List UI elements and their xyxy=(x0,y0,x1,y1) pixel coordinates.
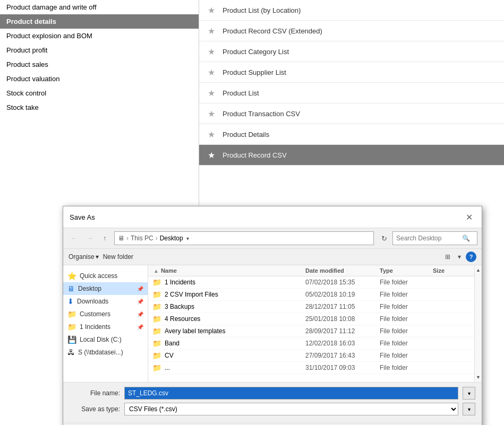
file-type: File folder xyxy=(380,340,433,347)
nav-item-network[interactable]: 🖧 S (\\tbdatasei...) xyxy=(63,346,148,359)
local-disk-label: Local Disk (C:) xyxy=(80,336,122,343)
file-date: 07/02/2018 15:35 xyxy=(305,279,380,286)
filename-dropdown-btn[interactable]: ▾ xyxy=(463,387,475,400)
scroll-down-arrow[interactable]: ▼ xyxy=(475,374,482,381)
address-separator-2: › xyxy=(156,235,158,242)
file-type: File folder xyxy=(380,327,433,335)
col-size-header[interactable]: Size xyxy=(433,267,470,274)
file-row-7[interactable]: 📁 ... 31/10/2017 09:03 File folder xyxy=(148,362,474,374)
file-name: 3 Backups xyxy=(165,303,305,310)
file-date: 12/02/2018 16:03 xyxy=(305,340,380,347)
dialog-toolbar: ← → ↑ 🖥 › This PC › Desktop ▾ ↻ 🔍 xyxy=(63,228,482,249)
new-folder-button[interactable]: New folder xyxy=(103,253,133,261)
search-icon[interactable]: 🔍 xyxy=(462,235,470,242)
file-date: 05/02/2018 10:19 xyxy=(305,291,380,298)
folder-icon: 📁 xyxy=(152,351,161,360)
file-type: File folder xyxy=(380,315,433,323)
folder-icon: 📁 xyxy=(152,278,161,287)
file-list: ▲ Name Date modified Type Size 📁 1 Incid… xyxy=(148,265,474,382)
filename-input[interactable] xyxy=(124,387,458,400)
folder-icon: 📁 xyxy=(152,315,161,323)
file-date: 31/10/2017 09:03 xyxy=(305,364,380,371)
file-row-6[interactable]: 📁 CV 27/09/2017 16:43 File folder xyxy=(148,350,474,362)
address-this-pc: This PC xyxy=(131,235,153,242)
customers-icon: 📁 xyxy=(67,310,76,318)
back-button[interactable]: ← xyxy=(67,232,81,244)
close-button[interactable]: ✕ xyxy=(463,211,475,223)
organise-button[interactable]: Organise ▾ xyxy=(69,253,99,261)
pin-icon: 📌 xyxy=(137,286,143,292)
file-date: 28/12/2017 11:05 xyxy=(305,303,380,310)
quick-access-icon: ⭐ xyxy=(67,272,76,280)
col-type-header[interactable]: Type xyxy=(380,267,433,274)
scroll-up-arrow[interactable]: ▲ xyxy=(475,266,482,274)
help-button[interactable]: ? xyxy=(466,251,476,262)
pin-icon-3: 📌 xyxy=(137,311,143,317)
file-name: Avery label templates xyxy=(165,327,305,335)
file-date: 28/09/2017 11:12 xyxy=(305,327,380,335)
file-row-0[interactable]: 📁 1 Incidents 07/02/2018 15:35 File fold… xyxy=(148,276,474,289)
dialog-bottom: File name: ▾ Save as type: CSV Files (*.… xyxy=(63,382,482,423)
dialog-title: Save As xyxy=(70,213,95,221)
file-name: ... xyxy=(165,364,305,371)
file-row-4[interactable]: 📁 Avery label templates 28/09/2017 11:12… xyxy=(148,325,474,337)
file-type: File folder xyxy=(380,352,433,359)
file-name: 1 Incidents xyxy=(165,279,305,286)
downloads-icon: ⬇ xyxy=(67,297,74,306)
filetype-row: Save as type: CSV Files (*.csv) ▾ xyxy=(70,403,475,415)
nav-item-downloads[interactable]: ⬇ Downloads 📌 xyxy=(63,295,148,308)
view-list-icon[interactable]: ⊞ xyxy=(442,251,453,262)
file-row-2[interactable]: 📁 3 Backups 28/12/2017 11:05 File folder xyxy=(148,301,474,313)
filetype-dropdown-btn[interactable]: ▾ xyxy=(463,403,475,415)
search-bar: 🔍 xyxy=(392,231,477,245)
customers-label: Customers xyxy=(80,310,110,318)
nav-item-incidents[interactable]: 📁 1 Incidents 📌 xyxy=(63,320,148,333)
file-type: File folder xyxy=(380,291,433,298)
desktop-icon: 🖥 xyxy=(67,284,75,293)
incidents-label: 1 Incidents xyxy=(80,323,110,331)
file-row-3[interactable]: 📁 4 Resources 25/01/2018 10:08 File fold… xyxy=(148,313,474,325)
local-disk-icon: 💾 xyxy=(67,335,76,344)
col-name-header[interactable]: Name xyxy=(161,267,305,274)
forward-button[interactable]: → xyxy=(83,232,97,244)
desktop-label: Desktop xyxy=(78,285,101,292)
address-separator-1: › xyxy=(126,235,129,242)
search-input[interactable] xyxy=(396,235,460,242)
file-date: 27/09/2017 16:43 xyxy=(305,352,380,359)
network-label: S (\\tbdatasei...) xyxy=(78,349,123,356)
save-as-dialog: Save As ✕ ← → ↑ 🖥 › This PC › Desktop ▾ … xyxy=(63,206,482,425)
filetype-select[interactable]: CSV Files (*.csv) xyxy=(124,403,458,415)
sort-arrow-icon: ▲ xyxy=(153,268,159,274)
address-dropdown-arrow[interactable]: ▾ xyxy=(185,236,190,241)
file-row-5[interactable]: 📁 Band 12/02/2018 16:03 File folder xyxy=(148,337,474,350)
file-name: 2 CSV Import Files xyxy=(165,291,305,298)
dialog-content: ⭐ Quick access 🖥 Desktop 📌 ⬇ Downloads 📌… xyxy=(63,265,482,382)
organise-arrow-icon: ▾ xyxy=(96,253,99,261)
view-controls: ⊞ ▾ ? xyxy=(442,251,476,262)
incidents-icon: 📁 xyxy=(67,323,76,331)
nav-item-local-disk[interactable]: 💾 Local Disk (C:) xyxy=(63,333,148,346)
nav-item-desktop[interactable]: 🖥 Desktop 📌 xyxy=(63,282,148,295)
address-bar[interactable]: 🖥 › This PC › Desktop ▾ xyxy=(114,231,374,245)
nav-item-customers[interactable]: 📁 Customers 📌 xyxy=(63,308,148,320)
nav-item-quick-access[interactable]: ⭐ Quick access xyxy=(63,270,148,282)
col-date-header[interactable]: Date modified xyxy=(305,267,380,274)
pin-icon-2: 📌 xyxy=(137,299,143,305)
dialog-titlebar: Save As ✕ xyxy=(63,206,482,228)
file-row-1[interactable]: 📁 2 CSV Import Files 05/02/2018 10:19 Fi… xyxy=(148,289,474,301)
nav-panel: ⭐ Quick access 🖥 Desktop 📌 ⬇ Downloads 📌… xyxy=(63,265,148,382)
downloads-label: Downloads xyxy=(77,298,108,305)
address-desktop: Desktop xyxy=(160,235,183,242)
pin-icon-4: 📌 xyxy=(137,324,143,330)
file-type: File folder xyxy=(380,279,433,286)
filename-label: File name: xyxy=(70,389,120,397)
view-dropdown-arrow[interactable]: ▾ xyxy=(455,251,464,262)
refresh-button[interactable]: ↻ xyxy=(378,232,390,245)
filename-row: File name: ▾ xyxy=(70,387,475,400)
up-button[interactable]: ↑ xyxy=(99,232,110,244)
filetype-label: Save as type: xyxy=(70,405,120,413)
file-scrollbar[interactable]: ▲ ▼ xyxy=(474,265,482,382)
organise-row: Organise ▾ New folder ⊞ ▾ ? xyxy=(63,249,482,265)
folder-icon: 📁 xyxy=(152,290,161,299)
file-type: File folder xyxy=(380,303,433,310)
